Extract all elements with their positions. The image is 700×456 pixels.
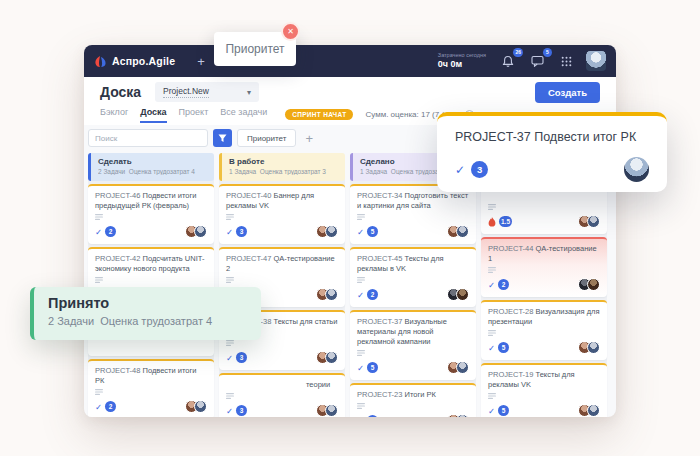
avatar bbox=[587, 341, 600, 354]
project-select[interactable]: Project.New ▾ bbox=[155, 82, 259, 102]
notifications-bell-icon[interactable]: 26 bbox=[499, 52, 517, 70]
card[interactable]: теории✓3 bbox=[219, 373, 345, 417]
popup-card-footer: ✓ 3 bbox=[455, 157, 649, 182]
card-project-48[interactable]: PROJECT-48 Подвести итоги РК✓2 bbox=[88, 359, 214, 417]
card-footer: ✓2 bbox=[95, 225, 207, 238]
card-title: PROJECT-19 Тексты для рекламы VK bbox=[488, 370, 600, 390]
card-id: PROJECT-46 bbox=[95, 191, 143, 200]
callout-meta: 2 Задачи Оценка трудозатрат 4 bbox=[48, 315, 247, 327]
app-window: Аспро.Agile + Сп Затрачено сегодня 0ч 0м… bbox=[84, 45, 616, 417]
app-logo[interactable]: Аспро.Agile bbox=[94, 55, 175, 68]
assignee-avatars bbox=[578, 341, 600, 354]
card-title: PROJECT-23 Итоги РК bbox=[357, 390, 469, 400]
assignee-avatars bbox=[578, 404, 600, 417]
assignee-avatars bbox=[316, 288, 338, 301]
callout-title: Принято bbox=[48, 295, 247, 311]
card-project-45[interactable]: PROJECT-45 Тексты для рекламы в VK✓2 bbox=[350, 247, 476, 307]
card-footer: ✓5 bbox=[488, 404, 600, 417]
assignee-avatars bbox=[316, 351, 338, 364]
messages-icon[interactable]: 5 bbox=[528, 52, 546, 70]
estimate-badge: 1.5 bbox=[499, 216, 512, 227]
fire-icon bbox=[488, 217, 496, 227]
card-footer: ✓5 bbox=[357, 361, 469, 374]
checkmark-icon: ✓ bbox=[357, 416, 364, 418]
assignee-avatars bbox=[578, 278, 600, 291]
description-icon bbox=[357, 403, 365, 409]
card-id: PROJECT-45 bbox=[357, 254, 405, 263]
add-filter-button[interactable]: + bbox=[305, 131, 313, 146]
create-button[interactable]: Создать bbox=[535, 82, 600, 103]
card-project-37[interactable]: PROJECT-37 Визуальные материалы для ново… bbox=[350, 310, 476, 380]
card-project-19[interactable]: PROJECT-19 Тексты для рекламы VK✓5 bbox=[481, 363, 607, 417]
tab-all-tasks[interactable]: Все задачи bbox=[220, 107, 267, 121]
filter-button[interactable] bbox=[213, 129, 232, 147]
card-id: PROJECT-42 bbox=[95, 254, 143, 263]
time-label: Затрачено сегодня bbox=[438, 52, 486, 59]
estimate-badge: 2 bbox=[498, 279, 509, 290]
card-project-34[interactable]: PROJECT-34 Подготовить текст и картинки … bbox=[350, 184, 476, 244]
card-footer: 1.5 bbox=[488, 215, 600, 228]
column-header: Сделать2 Задачи Оценка трудозатрат 4 bbox=[88, 153, 214, 181]
description-icon bbox=[226, 393, 234, 399]
estimate-badge: 5 bbox=[498, 342, 509, 353]
avatar bbox=[325, 225, 338, 238]
description-icon bbox=[357, 277, 365, 283]
card-id: PROJECT-34 bbox=[357, 191, 405, 200]
avatar bbox=[194, 400, 207, 413]
estimate-badge: 5 bbox=[367, 226, 378, 237]
checkmark-icon: ✓ bbox=[357, 363, 364, 373]
estimate-badge: 2 bbox=[367, 289, 378, 300]
close-icon[interactable]: ✕ bbox=[281, 22, 300, 41]
card-project-46[interactable]: PROJECT-46 Подвести итоги предыдущей РК … bbox=[88, 184, 214, 244]
checkmark-icon: ✓ bbox=[226, 227, 233, 237]
estimate-badge: 2 bbox=[105, 226, 116, 237]
avatar bbox=[587, 278, 600, 291]
time-tracker[interactable]: Затрачено сегодня 0ч 0м bbox=[438, 52, 486, 70]
column-title: Сделать bbox=[98, 157, 207, 166]
assignee-avatars bbox=[447, 414, 469, 417]
search-input[interactable] bbox=[88, 129, 208, 147]
time-value: 0ч 0м bbox=[438, 59, 486, 70]
avatar bbox=[587, 404, 600, 417]
card-id: PROJECT-48 bbox=[95, 366, 143, 375]
checkmark-icon: ✓ bbox=[488, 406, 495, 416]
card-footer: ✓2 bbox=[357, 288, 469, 301]
card-id: PROJECT-37 bbox=[357, 317, 405, 326]
card-footer: ✓5 bbox=[357, 414, 469, 417]
user-avatar[interactable] bbox=[586, 51, 606, 71]
assignee-avatars bbox=[316, 404, 338, 417]
tab-project[interactable]: Проект bbox=[179, 107, 209, 121]
card-title: PROJECT-37 Визуальные материалы для ново… bbox=[357, 317, 469, 347]
avatar bbox=[456, 361, 469, 374]
description-icon bbox=[95, 389, 103, 395]
card-title: PROJECT-48 Подвести итоги РК bbox=[95, 366, 207, 386]
avatar bbox=[587, 215, 600, 228]
card-id: PROJECT-44 bbox=[488, 244, 536, 253]
filter-chip-priority[interactable]: Приоритет bbox=[237, 129, 296, 147]
avatar bbox=[194, 225, 207, 238]
card-project-44[interactable]: PROJECT-44 QA-тестирование 1✓2 bbox=[481, 237, 607, 297]
estimate-badge: 2 bbox=[105, 401, 116, 412]
checkmark-icon: ✓ bbox=[226, 406, 233, 416]
card-id: PROJECT-40 bbox=[226, 191, 274, 200]
accepted-column-callout: Принято 2 Задачи Оценка трудозатрат 4 bbox=[30, 287, 261, 340]
card-footer: ✓3 bbox=[226, 351, 338, 364]
add-icon[interactable]: + bbox=[197, 54, 205, 69]
board-column-2: В работе1 Задача Оценка трудозатрат 3PRO… bbox=[219, 153, 345, 417]
popup-card-project-37[interactable]: PROJECT-37 Подвести итог РК ✓ 3 bbox=[437, 112, 667, 192]
checkmark-icon: ✓ bbox=[95, 227, 102, 237]
assignee-avatars bbox=[447, 288, 469, 301]
card-project-23[interactable]: PROJECT-23 Итоги РК✓5 bbox=[350, 383, 476, 417]
popup-card-title: PROJECT-37 Подвести итог РК bbox=[455, 130, 649, 144]
tab-backlog[interactable]: Бэклог bbox=[100, 107, 128, 121]
assignee-avatars bbox=[447, 225, 469, 238]
card-project-28[interactable]: PROJECT-28 Визуализация для презентации✓… bbox=[481, 300, 607, 360]
apps-grid-icon[interactable] bbox=[557, 52, 575, 70]
funnel-icon bbox=[218, 134, 227, 143]
description-icon bbox=[226, 214, 234, 220]
checkmark-icon: ✓ bbox=[488, 280, 495, 290]
estimate-badge: 5 bbox=[498, 405, 509, 416]
card-project-40[interactable]: PROJECT-40 Баннер для рекламы VK✓3 bbox=[219, 184, 345, 244]
checkmark-icon: ✓ bbox=[357, 227, 364, 237]
tab-board[interactable]: Доска bbox=[140, 107, 166, 123]
